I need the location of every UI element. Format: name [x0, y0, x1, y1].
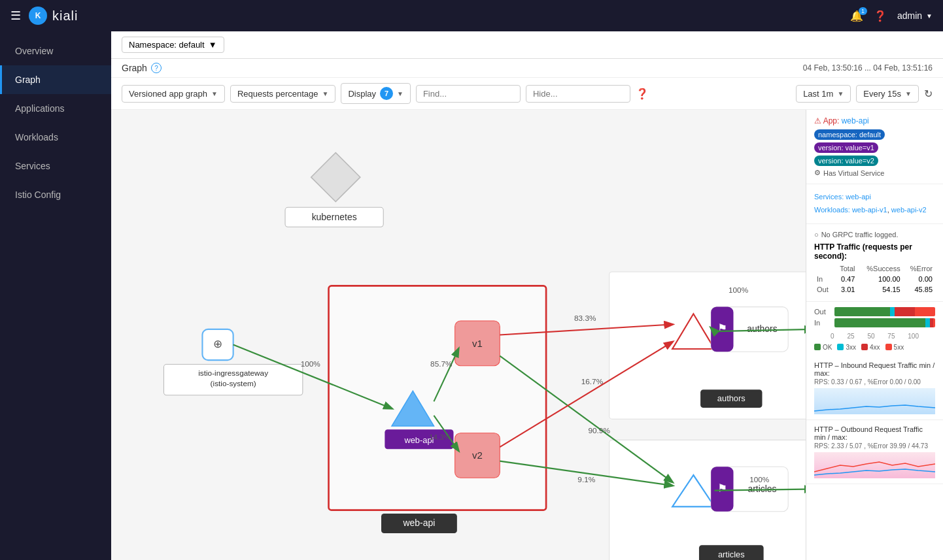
- graph-type-dropdown[interactable]: Versioned app graph ▼: [122, 85, 225, 103]
- tag-row: namespace: default version: value=v1: [814, 129, 935, 153]
- edge-label-caret-icon: ▼: [322, 90, 328, 97]
- edge-label-909: 90.9%: [588, 426, 610, 435]
- sidebar-item-istio-config[interactable]: Istio Config: [0, 180, 111, 209]
- interval-caret-icon: ▼: [905, 90, 912, 97]
- graph-svg: kubernetes ⊕ istio-ingressgateway (istio…: [111, 110, 806, 560]
- bar-out-4xx: [895, 307, 915, 316]
- outbound-chart: [814, 452, 935, 478]
- menu-icon[interactable]: ☰: [10, 8, 21, 23]
- tag-row-2: version: value=v2: [814, 156, 935, 166]
- bar-out-5xx: [915, 307, 935, 316]
- help-icon[interactable]: ❓: [874, 10, 887, 22]
- notification-bell-icon[interactable]: 🔔: [850, 10, 863, 22]
- articles-group-label: articles: [718, 550, 745, 559]
- display-dropdown[interactable]: Display 7 ▼: [341, 83, 411, 104]
- breadcrumb-bar: Graph ? 04 Feb, 13:50:16 ... 04 Feb, 13:…: [111, 59, 943, 78]
- bar-in-ok: [834, 318, 925, 327]
- webapi-group-label: web-api: [403, 518, 436, 528]
- svg-text:istio-ingressgateway: istio-ingressgateway: [198, 369, 268, 378]
- table-row-out: Out 3.01 54.15 45.85: [814, 284, 935, 295]
- panel-grpc-section: No GRPC traffic logged. HTTP Traffic (re…: [806, 224, 943, 302]
- inbound-subtitle: RPS: 0.33 / 0.67 , %Error 0.00 / 0.00: [814, 378, 935, 386]
- outbound-chart-section: HTTP – Outbound Request Traffic min / ma…: [806, 420, 943, 484]
- sidebar-item-graph[interactable]: Graph: [0, 65, 111, 94]
- sidebar-item-applications[interactable]: Applications: [0, 94, 111, 123]
- panel-links-section: Services: web-api Workloads: web-api-v1,…: [806, 184, 943, 224]
- outbound-title: HTTP – Outbound Request Traffic min / ma…: [814, 425, 935, 441]
- svg-text:(istio-system): (istio-system): [211, 379, 256, 388]
- breadcrumb: Graph ?: [122, 63, 162, 73]
- sidebar: Overview Graph Applications Workloads Se…: [0, 31, 111, 560]
- topnav: ☰ K kiali 🔔 ❓ admin ▼: [0, 0, 943, 31]
- table-row-in: In 0.47 100.00 0.00: [814, 274, 935, 284]
- bar-chart-out: Out In: [814, 307, 935, 327]
- outbound-chart-svg: [814, 452, 935, 478]
- sidebar-item-overview[interactable]: Overview: [0, 37, 111, 65]
- bar-in-5xx: [933, 318, 935, 327]
- legend-3xx-icon: [837, 344, 844, 350]
- authors-group-label: authors: [717, 393, 746, 403]
- sidebar-item-workloads[interactable]: Workloads: [0, 123, 111, 152]
- display-caret-icon: ▼: [397, 90, 403, 97]
- graph-type-caret-icon: ▼: [211, 90, 218, 97]
- webapi-group-box[interactable]: [329, 286, 547, 510]
- edge-label-167: 16.7%: [581, 377, 604, 386]
- side-panel: Hide ⚠ App: web-api namespace: default v…: [806, 110, 943, 560]
- find-input[interactable]: [416, 85, 521, 103]
- edge-label-100-2: 100%: [729, 286, 749, 295]
- content-area: Namespace: default ▼ Graph ? 04 Feb, 13:…: [111, 31, 943, 560]
- namespace-caret-icon: ▼: [209, 40, 217, 50]
- panel-app-link[interactable]: web-api: [842, 116, 869, 125]
- x-axis: 0255075100: [814, 333, 935, 340]
- bar-out-container: [834, 307, 935, 316]
- sidebar-item-services[interactable]: Services: [0, 152, 111, 180]
- user-menu[interactable]: admin ▼: [897, 10, 933, 21]
- bar-out-3xx: [890, 307, 895, 316]
- services-link[interactable]: web-api: [846, 193, 871, 201]
- workload-link-v2[interactable]: web-api-v2: [891, 206, 927, 214]
- edge-label-833: 83.3%: [574, 314, 596, 323]
- user-label: admin: [897, 10, 922, 21]
- namespace-selector[interactable]: Namespace: default ▼: [122, 37, 224, 53]
- panel-app-section: ⚠ App: web-api namespace: default versio…: [806, 110, 943, 184]
- traffic-table: Total %Success %Error In 0.47 100.00 0.0…: [814, 263, 935, 295]
- last-time-dropdown[interactable]: Last 1m ▼: [796, 85, 851, 103]
- articles-service-label: articles: [747, 484, 776, 494]
- logo: K kiali: [29, 7, 78, 25]
- legend-ok-icon: [814, 344, 821, 350]
- panel-app-title: ⚠ App: web-api: [814, 116, 935, 125]
- panel-workloads-links: Workloads: web-api-v1, web-api-v2: [814, 204, 935, 217]
- kubernetes-label: kubernetes: [312, 212, 357, 222]
- refresh-icon[interactable]: ↻: [924, 88, 933, 100]
- breadcrumb-help-icon[interactable]: ?: [151, 63, 162, 73]
- svg-text:⚑: ⚑: [717, 482, 727, 495]
- edge-label-dropdown[interactable]: Requests percentage ▼: [230, 85, 336, 103]
- edge-label-91: 9.1%: [577, 475, 595, 484]
- chevron-down-icon: ▼: [926, 12, 933, 20]
- tag-namespace: namespace: default: [814, 129, 885, 140]
- inbound-chart-svg: [814, 388, 935, 414]
- last-time-caret-icon: ▼: [837, 90, 844, 97]
- inbound-title: HTTP – Inbound Request Traffic min / max…: [814, 361, 935, 377]
- svg-text:v2: v2: [472, 450, 483, 461]
- authors-service-label: authors: [747, 323, 778, 334]
- tag-version-v1: version: value=v1: [814, 142, 878, 153]
- edge-label-100-1: 100%: [301, 359, 321, 369]
- workload-link-v1[interactable]: web-api-v1: [852, 206, 887, 214]
- find-help-icon[interactable]: ❓: [636, 88, 649, 100]
- graph-controls: Versioned app graph ▼ Requests percentag…: [111, 78, 943, 110]
- interval-dropdown[interactable]: Every 15s ▼: [856, 85, 919, 103]
- panel-services-link: Services: web-api: [814, 191, 935, 204]
- graph-area[interactable]: kubernetes ⊕ istio-ingressgateway (istio…: [111, 110, 806, 560]
- svg-text:v1: v1: [472, 338, 483, 349]
- inbound-chart: [814, 388, 935, 414]
- namespace-toolbar: Namespace: default ▼: [111, 31, 943, 59]
- outbound-subtitle: RPS: 2.33 / 5.07 , %Error 39.99 / 44.73: [814, 442, 935, 450]
- edge-label-857: 85.7%: [430, 359, 453, 369]
- kubernetes-node-icon[interactable]: [311, 153, 360, 202]
- bar-out-ok: [834, 307, 890, 316]
- graph-canvas: kubernetes ⊕ istio-ingressgateway (istio…: [111, 110, 943, 560]
- chart-legend: OK 3xx 4xx 5xx: [814, 344, 935, 351]
- hide-input[interactable]: [526, 85, 630, 103]
- legend-4xx-icon: [861, 344, 868, 350]
